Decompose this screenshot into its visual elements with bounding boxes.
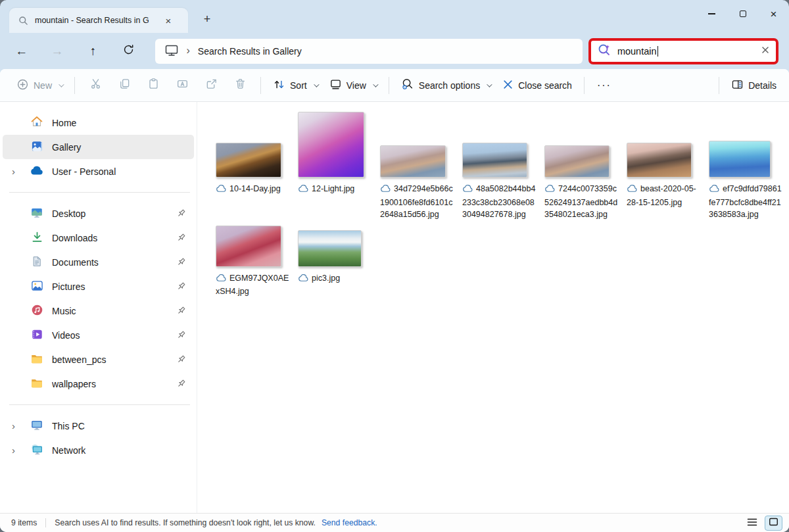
explorer-tab[interactable]: mountain - Search Results in G × [9,8,188,33]
cut-icon [89,78,102,93]
search-box-annotated[interactable]: mountain [588,38,778,64]
pictures-icon [31,279,43,294]
sidebar-item-music[interactable]: Music [3,299,194,323]
copy-button[interactable] [112,74,137,97]
file-item[interactable]: beast-2020-05-28-15-1205.jpg [627,110,709,221]
home-icon [30,115,43,130]
details-button[interactable]: Details [725,74,782,97]
expand-chevron-icon[interactable]: › [12,445,30,456]
text-caret [658,46,658,57]
new-tab-button[interactable]: + [197,9,217,29]
list-view-toggle[interactable] [743,516,761,531]
file-name: beast-2020-05-28-15-1205.jpg [627,183,709,208]
sidebar-item-this-pc[interactable]: ›This PC [3,414,194,438]
clear-search-button[interactable] [761,45,770,57]
sidebar-divider [9,404,190,405]
file-thumbnail[interactable] [709,141,771,178]
sidebar-item-label: Gallery [52,142,186,153]
sort-button[interactable]: Sort [267,74,323,97]
file-item[interactable]: 48a5082b44bb4233c38cb23068e0830494827678… [462,110,544,221]
file-thumbnail[interactable] [216,143,281,178]
close-search-button[interactable]: Close search [496,74,578,97]
file-thumbnail[interactable] [298,112,364,178]
large-icons-view-toggle[interactable] [765,516,782,531]
send-feedback-link[interactable]: Send feedback. [322,518,377,527]
tab-close-icon[interactable]: × [160,12,177,29]
back-button[interactable]: ← [11,40,32,62]
file-thumb-wrap [544,110,627,178]
list-view-icon [747,518,757,529]
breadcrumb: Search Results in Gallery [198,46,302,57]
file-item[interactable]: pic3.jpg [298,224,380,298]
sidebar-item-pictures[interactable]: Pictures [3,274,194,299]
status-bar: 9 items Search uses AI to find results. … [0,513,789,532]
share-button[interactable] [199,74,224,97]
minimize-button[interactable] [696,0,727,28]
up-button[interactable]: ↑ [82,40,104,62]
breadcrumb-chevron-icon[interactable]: › [187,45,190,57]
forward-arrow-icon: → [51,44,64,59]
status-divider [45,518,46,527]
file-thumbnail[interactable] [627,143,692,178]
sidebar-item-videos[interactable]: Videos [3,323,194,347]
titlebar: mountain - Search Results in G × + × [0,0,789,33]
share-icon [205,78,218,93]
close-button[interactable]: × [758,0,789,28]
back-arrow-icon: ← [15,44,28,59]
sidebar-item-documents[interactable]: Documents [3,250,194,274]
file-thumbnail[interactable] [298,230,362,267]
pin-icon [176,306,186,316]
file-item[interactable]: 12-Light.jpg [298,110,380,221]
paste-button[interactable] [141,74,166,97]
file-item[interactable]: 34d7294e5b66c1900106fe8fd6101c2648a15d56… [380,110,462,221]
sidebar-item-desktop[interactable]: Desktop [3,201,194,226]
file-thumbnail[interactable] [216,226,281,267]
file-thumbnail[interactable] [380,145,446,178]
file-item[interactable]: ef7c9dfdd79861fe777bcfc8dbe4ff213638583a… [709,110,789,221]
toolbar-divider [584,77,585,94]
search-input[interactable]: mountain [617,46,658,57]
refresh-button[interactable] [118,40,139,62]
desktop-icon [30,206,43,221]
delete-button[interactable] [227,74,252,97]
file-item[interactable]: EGM97JQX0AExSH4.jpg [216,224,298,298]
network-icon [30,443,43,458]
cut-button[interactable] [83,74,108,97]
sidebar-item-network[interactable]: ›Network [3,438,194,462]
ai-search-message: Search uses AI to find results. If somet… [55,518,316,527]
expand-chevron-icon[interactable]: › [12,420,30,431]
sidebar-item-wallpapers[interactable]: wallpapers [3,372,194,396]
cloud-icon [298,184,309,197]
sidebar-item-gallery[interactable]: Gallery [3,135,194,159]
file-name: 34d7294e5b66c1900106fe8fd6101c2648a15d56… [380,183,462,221]
file-thumbnail[interactable] [544,145,610,178]
onedrive-icon [30,166,44,178]
maximize-button[interactable] [727,0,758,28]
file-thumb-wrap [216,110,298,178]
file-item[interactable]: 10-14-Day.jpg [216,110,298,221]
rename-button[interactable] [170,74,195,97]
sidebar-item-downloads[interactable]: Downloads [3,226,194,250]
sidebar-item-home[interactable]: Home [3,110,194,135]
file-name: 10-14-Day.jpg [216,183,298,197]
up-arrow-icon: ↑ [90,44,97,59]
file-thumb-wrap [298,110,380,178]
sidebar-item-user-personal[interactable]: ›User - Personal [3,159,194,183]
toolbar-divider [260,77,261,94]
window-controls: × [696,0,789,28]
forward-button[interactable]: → [46,40,68,62]
file-item[interactable]: 7244c0073359c526249137aedbb4d3548021eca3… [544,110,627,221]
expand-chevron-icon[interactable]: › [12,166,30,177]
sidebar-item-label: Network [52,445,186,456]
music-icon [31,304,43,318]
clear-icon [761,45,770,57]
view-button[interactable]: View [323,74,383,97]
sidebar-item-between-pcs[interactable]: between_pcs [3,347,194,372]
toolbar-divider [74,77,75,94]
file-thumb-wrap [380,110,462,178]
see-more-button[interactable]: ··· [590,80,618,91]
address-bar[interactable]: › Search Results in Gallery [155,39,583,64]
file-thumbnail[interactable] [462,143,527,178]
new-button[interactable]: New [11,74,68,97]
search-options-button[interactable]: Search options [395,74,496,97]
